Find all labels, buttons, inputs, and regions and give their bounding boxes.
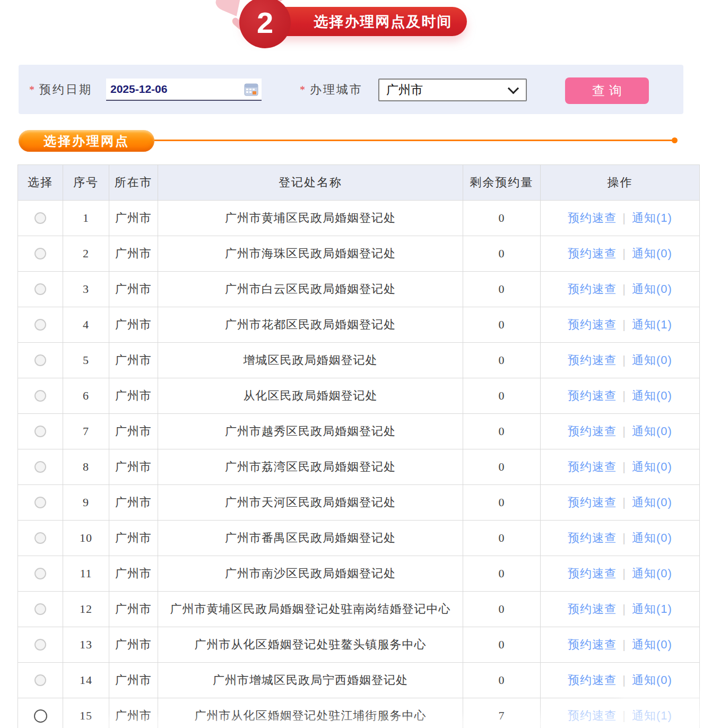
row-number: 10 [63, 521, 109, 556]
notice-link[interactable]: 通知(0) [632, 247, 672, 260]
row-radio-button[interactable] [34, 639, 46, 651]
notice-link[interactable]: 通知(1) [632, 318, 672, 331]
notice-link[interactable]: 通知(0) [632, 282, 672, 296]
calendar-icon[interactable] [244, 83, 258, 96]
row-city: 广州市 [109, 556, 158, 592]
action-separator: | [622, 638, 626, 651]
row-number: 6 [63, 378, 109, 414]
row-remaining-count: 0 [463, 343, 541, 378]
row-actions-cell: 预约速查|通知(0) [541, 627, 700, 663]
watermark-overlay [542, 709, 703, 728]
notice-link[interactable]: 通知(1) [632, 211, 672, 224]
action-separator: | [622, 318, 626, 331]
row-radio-button[interactable] [34, 568, 46, 579]
row-radio-button[interactable] [34, 709, 47, 723]
row-radio-button[interactable] [34, 674, 46, 686]
notice-link[interactable]: 通知(0) [632, 424, 672, 438]
row-number: 4 [63, 307, 109, 343]
quick-check-link[interactable]: 预约速查 [568, 247, 617, 260]
row-city: 广州市 [109, 414, 158, 449]
query-button[interactable]: 查询 [565, 77, 649, 104]
row-actions-cell: 预约速查|通知(0) [541, 485, 700, 521]
row-radio-button[interactable] [34, 532, 46, 544]
section-divider-line [154, 140, 672, 141]
city-select[interactable]: 广州市 [378, 79, 527, 101]
row-registry-name: 广州市荔湾区民政局婚姻登记处 [158, 449, 463, 485]
chevron-down-icon [508, 83, 519, 94]
row-registry-name: 广州市黄埔区民政局婚姻登记处驻南岗结婚登记中心 [158, 592, 463, 627]
notice-link[interactable]: 通知(0) [632, 389, 672, 402]
notice-link[interactable]: 通知(0) [632, 496, 672, 509]
action-separator: | [622, 496, 626, 509]
row-remaining-count: 0 [463, 521, 541, 556]
quick-check-link[interactable]: 预约速查 [568, 460, 617, 473]
select-cell [18, 663, 63, 698]
quick-check-link[interactable]: 预约速查 [568, 673, 617, 687]
notice-link[interactable]: 通知(0) [632, 460, 672, 473]
row-radio-button[interactable] [34, 319, 46, 331]
quick-check-link[interactable]: 预约速查 [568, 282, 617, 296]
row-actions-cell: 预约速查|通知(0) [541, 343, 700, 378]
row-radio-button[interactable] [34, 426, 46, 437]
appointment-date-input[interactable]: 2025-12-06 [106, 79, 262, 101]
select-cell [18, 414, 63, 449]
table-row: 14广州市广州市增城区民政局宁西婚姻登记处0预约速查|通知(0) [18, 663, 700, 698]
row-number: 13 [63, 627, 109, 663]
notice-link[interactable]: 通知(0) [632, 353, 672, 367]
row-remaining-count: 0 [463, 663, 541, 698]
city-field-label-group: * 办理城市 [300, 78, 363, 101]
row-radio-button[interactable] [34, 283, 46, 295]
row-radio-button[interactable] [34, 497, 46, 508]
row-number: 11 [63, 556, 109, 592]
quick-check-link[interactable]: 预约速查 [568, 353, 617, 367]
row-registry-name: 广州市从化区婚姻登记处驻鳌头镇服务中心 [158, 627, 463, 663]
action-separator: | [622, 567, 626, 580]
row-radio-button[interactable] [34, 248, 46, 259]
action-separator: | [622, 460, 626, 473]
date-field-label-group: * 预约日期 [29, 78, 92, 101]
row-registry-name: 从化区民政局婚姻登记处 [158, 378, 463, 414]
row-radio-button[interactable] [34, 390, 46, 402]
action-separator: | [622, 389, 626, 402]
row-registry-name: 广州市白云区民政局婚姻登记处 [158, 272, 463, 307]
row-city: 广州市 [109, 627, 158, 663]
quick-check-link[interactable]: 预约速查 [568, 496, 617, 509]
table-row: 8广州市广州市荔湾区民政局婚姻登记处0预约速查|通知(0) [18, 449, 700, 485]
row-city: 广州市 [109, 236, 158, 272]
select-cell [18, 627, 63, 663]
quick-check-link[interactable]: 预约速查 [568, 531, 617, 544]
row-number: 8 [63, 449, 109, 485]
action-separator: | [622, 602, 626, 616]
row-city: 广州市 [109, 201, 158, 236]
row-registry-name: 广州市番禺区民政局婚姻登记处 [158, 521, 463, 556]
quick-check-link[interactable]: 预约速查 [568, 211, 617, 224]
header-registry-name: 登记处名称 [158, 165, 463, 201]
row-radio-button[interactable] [34, 212, 46, 224]
action-separator: | [622, 673, 626, 687]
notice-link[interactable]: 通知(0) [632, 567, 672, 580]
quick-check-link[interactable]: 预约速查 [568, 567, 617, 580]
watermark-overlay [85, 717, 562, 728]
row-radio-button[interactable] [34, 354, 46, 366]
row-radio-button[interactable] [34, 603, 46, 615]
row-number: 14 [63, 663, 109, 698]
step-number: 2 [257, 5, 273, 40]
quick-check-link[interactable]: 预约速查 [568, 424, 617, 438]
notice-link[interactable]: 通知(0) [632, 531, 672, 544]
action-separator: | [622, 353, 626, 367]
action-separator: | [622, 211, 626, 224]
notice-link[interactable]: 通知(0) [632, 638, 672, 651]
row-radio-button[interactable] [34, 461, 46, 473]
row-number: 12 [63, 592, 109, 627]
select-cell [18, 201, 63, 236]
quick-check-link[interactable]: 预约速查 [568, 638, 617, 651]
quick-check-link[interactable]: 预约速查 [568, 602, 617, 616]
quick-check-link[interactable]: 预约速查 [568, 389, 617, 402]
quick-check-link[interactable]: 预约速查 [568, 318, 617, 331]
notice-link[interactable]: 通知(1) [632, 602, 672, 616]
row-actions-cell: 预约速查|通知(0) [541, 414, 700, 449]
table-row: 2广州市广州市海珠区民政局婚姻登记处0预约速查|通知(0) [18, 236, 700, 272]
row-registry-name: 广州市黄埔区民政局婚姻登记处 [158, 201, 463, 236]
select-cell [18, 556, 63, 592]
notice-link[interactable]: 通知(0) [632, 673, 672, 687]
